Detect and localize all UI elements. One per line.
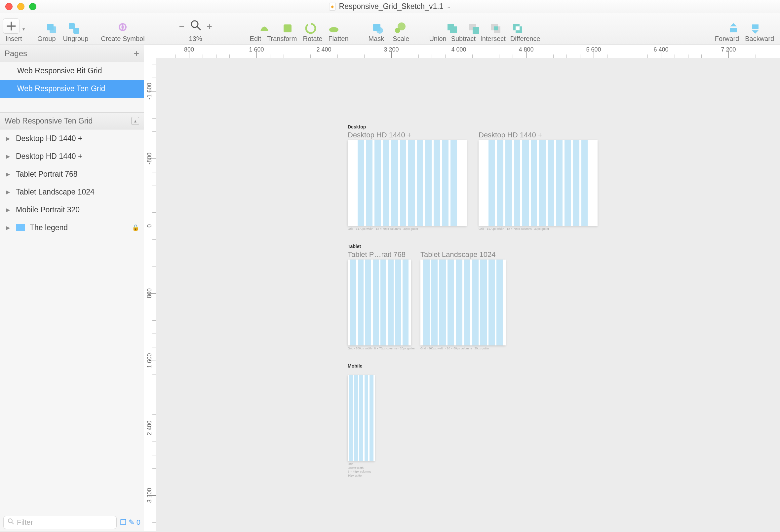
- layer-item[interactable]: ▶Desktop HD 1440 +: [0, 129, 144, 147]
- disclosure-triangle-icon[interactable]: ▶: [6, 224, 11, 231]
- svg-rect-1: [50, 26, 56, 33]
- zoom-out-button[interactable]: −: [178, 21, 186, 32]
- grid-columns: [348, 260, 411, 345]
- page-item-bit-grid[interactable]: Web Responsive Bit Grid: [0, 62, 144, 80]
- scale-label: Scale: [393, 35, 409, 43]
- layer-item[interactable]: ▶Tablet Portrait 768: [0, 165, 144, 183]
- section-label-tablet: Tablet: [348, 244, 361, 249]
- insert-group: ▾ Insert: [3, 16, 25, 43]
- disclosure-triangle-icon[interactable]: ▶: [6, 171, 11, 177]
- edit-button[interactable]: [258, 22, 271, 35]
- pages-header-label: Pages: [5, 49, 27, 58]
- layer-label: Desktop HD 1440 +: [16, 134, 82, 143]
- disclosure-triangle-icon[interactable]: ▶: [6, 136, 11, 142]
- zoom-in-button[interactable]: +: [206, 21, 213, 32]
- titlebar: Responsive_Grid_Sketch_v1.1 ⌄: [0, 0, 780, 13]
- document-title-dropdown[interactable]: Responsive_Grid_Sketch_v1.1 ⌄: [329, 2, 451, 11]
- backward-button[interactable]: [748, 22, 762, 35]
- page-item-ten-grid[interactable]: Web Responsive Ten Grid: [0, 80, 144, 98]
- svg-point-22: [8, 519, 12, 523]
- artboard-title: Tablet P…rait 768: [348, 250, 405, 259]
- svg-rect-6: [284, 24, 292, 32]
- difference-button[interactable]: [511, 22, 524, 35]
- edit-label: Edit: [250, 35, 261, 43]
- union-button[interactable]: [445, 22, 459, 35]
- forward-button[interactable]: [727, 22, 740, 35]
- subtract-label: Subtract: [451, 35, 476, 43]
- svg-rect-21: [752, 24, 759, 29]
- chevron-down-icon: ⌄: [446, 3, 451, 10]
- pages-header: Pages +: [0, 45, 144, 62]
- slice-icon[interactable]: ✎: [129, 518, 135, 527]
- artboard-mobile-portrait[interactable]: Grid280px width5 × 48px columns10px gutt…: [348, 375, 375, 461]
- create-symbol-button[interactable]: [116, 20, 129, 34]
- filter-input[interactable]: Filter: [3, 516, 117, 529]
- footer-count: 0: [137, 518, 141, 527]
- canvas[interactable]: Desktop Desktop HD 1440 + Grid · 1170px …: [156, 58, 780, 531]
- minimize-window-button[interactable]: [17, 3, 25, 10]
- filter-placeholder: Filter: [17, 518, 33, 527]
- ruler-horizontal[interactable]: 8001 6002 4003 2004 0004 8005 6006 4007 …: [156, 45, 780, 58]
- collapse-outline-button[interactable]: ▴: [131, 117, 139, 125]
- artboard-desktop-2[interactable]: Desktop HD 1440 + Grid · 1170px width · …: [479, 140, 597, 226]
- layer-label: Tablet Landscape 1024: [16, 188, 95, 197]
- rotate-button[interactable]: [304, 22, 317, 35]
- ungroup-button[interactable]: [67, 22, 81, 35]
- transform-label: Transform: [267, 35, 297, 43]
- ungroup-label: Ungroup: [63, 35, 89, 43]
- folder-icon: [16, 224, 25, 231]
- disclosure-triangle-icon[interactable]: ▶: [6, 153, 11, 160]
- insert-dropdown-chevron[interactable]: ▾: [22, 26, 25, 32]
- layer-item[interactable]: ▶Mobile Portrait 320: [0, 201, 144, 219]
- page-item-label: Web Responsive Bit Grid: [17, 66, 102, 75]
- layer-item[interactable]: ▶Tablet Landscape 1024: [0, 183, 144, 201]
- create-symbol-group: Create Symbol: [101, 16, 144, 43]
- magnifier-icon[interactable]: [190, 19, 202, 34]
- create-symbol-label: Create Symbol: [101, 35, 144, 43]
- search-icon: [8, 518, 14, 527]
- mask-label: Mask: [369, 35, 384, 43]
- svg-rect-16: [494, 26, 498, 31]
- svg-rect-3: [74, 28, 79, 34]
- layer-item-legend[interactable]: ▶The legend🔒: [0, 219, 144, 236]
- disclosure-triangle-icon[interactable]: ▶: [6, 189, 11, 195]
- transform-button[interactable]: [281, 22, 294, 35]
- artboard-tablet-portrait[interactable]: Tablet P…rait 768 Grid · 700px width · 8…: [348, 260, 411, 345]
- insert-button[interactable]: [3, 18, 20, 34]
- backward-label: Backward: [745, 35, 774, 43]
- mask-button[interactable]: [371, 22, 384, 35]
- svg-line-5: [197, 27, 200, 30]
- artboard-tablet-landscape[interactable]: Tablet Landscape 1024 Grid · 960px width…: [421, 260, 506, 345]
- layer-item[interactable]: ▶Desktop HD 1440 +: [0, 147, 144, 165]
- subtract-button[interactable]: [467, 22, 481, 35]
- plus-icon: [5, 19, 18, 33]
- difference-icon: [511, 22, 524, 35]
- maximize-window-button[interactable]: [29, 3, 36, 10]
- create-symbol-icon: [116, 20, 129, 34]
- transform-icon: [281, 22, 294, 35]
- rotate-label: Rotate: [303, 35, 322, 43]
- artboard-desktop-1[interactable]: Desktop HD 1440 + Grid · 1170px width · …: [348, 140, 467, 226]
- sidebar: Pages + Web Responsive Bit Grid Web Resp…: [0, 45, 144, 531]
- flatten-button[interactable]: [327, 22, 340, 35]
- intersect-button[interactable]: [489, 22, 502, 35]
- toolbar: ▾ Insert Group Ungroup Create Symbol − +…: [0, 13, 780, 45]
- disclosure-triangle-icon[interactable]: ▶: [6, 207, 11, 213]
- svg-rect-13: [473, 27, 479, 34]
- scale-button[interactable]: [393, 22, 406, 35]
- duplicate-icon[interactable]: ❐: [120, 518, 127, 527]
- close-window-button[interactable]: [5, 3, 12, 10]
- group-button[interactable]: [45, 22, 58, 35]
- section-label-desktop: Desktop: [348, 124, 366, 129]
- group-label: Group: [37, 35, 56, 43]
- ruler-corner: [144, 45, 156, 58]
- artboard-title: Desktop HD 1440 +: [479, 131, 542, 139]
- flatten-icon: [327, 22, 340, 35]
- add-page-button[interactable]: +: [134, 48, 139, 59]
- page-item-label: Web Responsive Ten Grid: [17, 84, 105, 93]
- ruler-vertical[interactable]: -1 600-80008001 6002 4003 200: [144, 58, 156, 531]
- outline-header-label: Web Responsive Ten Grid: [5, 117, 93, 125]
- grid-columns: [348, 140, 467, 226]
- layer-label: Tablet Portrait 768: [16, 170, 78, 179]
- mask-icon: [371, 22, 384, 35]
